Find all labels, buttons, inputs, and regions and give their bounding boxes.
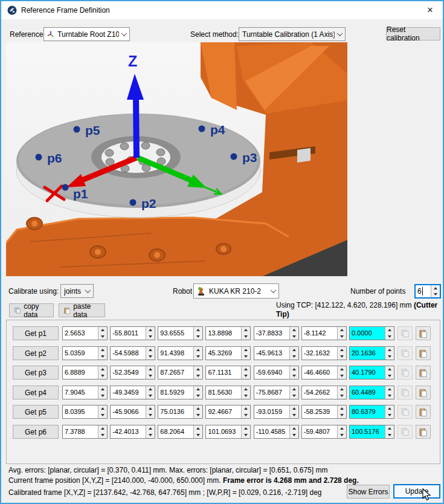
spin-field[interactable]: 45.3269	[205, 346, 251, 360]
spin-field[interactable]: -46.4660	[301, 366, 347, 380]
close-icon[interactable]: ✕	[417, 1, 443, 19]
row-copy-button[interactable]	[397, 366, 413, 380]
method-combo[interactable]: Turntable Calibration (1 Axis)	[239, 27, 346, 41]
row-paste-button[interactable]	[416, 366, 431, 380]
row-paste-button[interactable]	[416, 405, 431, 419]
row-copy-button[interactable]	[397, 405, 413, 419]
spin-field[interactable]: 93.6555	[158, 326, 203, 340]
field-spinner[interactable]	[98, 327, 107, 340]
row-paste-button[interactable]	[416, 425, 431, 439]
spin-field[interactable]: -55.8011	[110, 326, 155, 340]
field-spinner[interactable]	[289, 386, 298, 399]
spin-field[interactable]: 81.5929	[158, 386, 203, 399]
field-spinner[interactable]	[193, 347, 202, 360]
field-spinner[interactable]	[146, 386, 155, 399]
spin-field[interactable]: -54.5988	[110, 346, 155, 360]
field-spinner[interactable]	[385, 366, 394, 379]
spin-field[interactable]: -37.8833	[254, 326, 299, 340]
3d-viewport[interactable]: Z p1 p2 p3 p4 p5 p6	[6, 42, 347, 276]
spin-field[interactable]: 0.0000	[349, 326, 394, 340]
field-spinner[interactable]	[146, 327, 155, 340]
spin-field[interactable]: -75.8687	[254, 386, 299, 399]
copy-data-button[interactable]: copy data	[9, 303, 54, 317]
field-spinner[interactable]	[241, 347, 250, 360]
field-spinner[interactable]	[337, 327, 346, 340]
row-paste-button[interactable]	[416, 346, 431, 360]
spin-field[interactable]: 100.5176	[349, 425, 394, 439]
field-spinner[interactable]	[146, 366, 155, 379]
field-spinner[interactable]	[289, 366, 298, 379]
spin-field[interactable]: 87.2657	[158, 366, 203, 380]
row-copy-button[interactable]	[397, 326, 413, 340]
field-spinner[interactable]	[193, 425, 202, 438]
field-spinner[interactable]	[385, 405, 394, 418]
spin-field[interactable]: -93.0159	[254, 405, 299, 419]
field-spinner[interactable]	[385, 386, 394, 399]
field-spinner[interactable]	[241, 405, 250, 418]
field-spinner[interactable]	[337, 386, 346, 399]
field-spinner[interactable]	[193, 386, 202, 399]
get-point-button[interactable]: Get p1	[13, 326, 59, 340]
spin-field[interactable]: -8.1142	[301, 326, 347, 340]
row-copy-button[interactable]	[397, 346, 413, 360]
spin-field[interactable]: 8.0395	[62, 405, 108, 419]
field-spinner[interactable]	[337, 425, 346, 438]
field-spinner[interactable]	[337, 347, 346, 360]
field-spinner[interactable]	[337, 366, 346, 379]
spin-field[interactable]: 101.0693	[205, 425, 251, 439]
get-point-button[interactable]: Get p2	[13, 346, 59, 360]
spin-field[interactable]: 81.5630	[205, 386, 251, 399]
row-copy-button[interactable]	[397, 386, 413, 399]
field-spinner[interactable]	[241, 366, 250, 379]
spin-field[interactable]: 7.3788	[62, 425, 108, 439]
field-spinner[interactable]	[146, 425, 155, 438]
field-spinner[interactable]	[289, 327, 298, 340]
field-spinner[interactable]	[241, 386, 250, 399]
number-of-points-input[interactable]: 6	[414, 284, 441, 299]
field-spinner[interactable]	[193, 327, 202, 340]
robot-combo[interactable]: KUKA KR 210-2	[193, 283, 279, 299]
npoints-spinner[interactable]	[431, 285, 440, 297]
spin-field[interactable]: -59.6940	[254, 366, 299, 380]
paste-data-button[interactable]: paste data	[59, 303, 105, 317]
spin-field[interactable]: -42.4013	[110, 425, 155, 439]
spin-field[interactable]: 5.0359	[62, 346, 108, 360]
spin-field[interactable]: -52.3549	[110, 366, 155, 380]
field-spinner[interactable]	[385, 347, 394, 360]
spin-field[interactable]: -110.4585	[254, 425, 299, 439]
field-spinner[interactable]	[337, 405, 346, 418]
spin-field[interactable]: -32.1632	[301, 346, 347, 360]
row-paste-button[interactable]	[416, 326, 431, 340]
field-spinner[interactable]	[146, 347, 155, 360]
show-errors-button[interactable]: Show Errors	[347, 485, 390, 499]
calibrate-using-combo[interactable]: joints	[60, 284, 94, 298]
reset-calibration-button[interactable]: Reset calibration	[386, 27, 440, 40]
get-point-button[interactable]: Get p6	[13, 425, 59, 439]
spin-field[interactable]: 6.8889	[62, 366, 108, 380]
get-point-button[interactable]: Get p3	[13, 366, 59, 380]
field-spinner[interactable]	[385, 425, 394, 438]
spin-field[interactable]: 67.1131	[205, 366, 251, 380]
reference-combo[interactable]: Turntable Root Z100	[43, 27, 130, 41]
field-spinner[interactable]	[385, 327, 394, 340]
spin-field[interactable]: 80.6379	[349, 405, 394, 419]
field-spinner[interactable]	[193, 405, 202, 418]
spin-field[interactable]: 60.4489	[349, 386, 394, 399]
spin-field[interactable]: 91.4398	[158, 346, 203, 360]
spin-field[interactable]: -59.4807	[301, 425, 347, 439]
spin-field[interactable]: 20.1636	[349, 346, 394, 360]
spin-field[interactable]: -45.9066	[110, 405, 155, 419]
spin-field[interactable]: 92.4667	[205, 405, 251, 419]
field-spinner[interactable]	[98, 347, 107, 360]
spin-field[interactable]: 7.9045	[62, 386, 108, 399]
row-paste-button[interactable]	[416, 386, 431, 399]
spin-field[interactable]: 75.0136	[158, 405, 203, 419]
spin-field[interactable]: 13.8898	[205, 326, 251, 340]
spin-field[interactable]: -54.2662	[301, 386, 347, 399]
field-spinner[interactable]	[241, 425, 250, 438]
field-spinner[interactable]	[289, 405, 298, 418]
title-bar[interactable]: Reference Frame Definition	[1, 1, 443, 19]
spin-field[interactable]: 2.5653	[62, 326, 108, 340]
field-spinner[interactable]	[98, 405, 107, 418]
get-point-button[interactable]: Get p4	[13, 386, 59, 399]
